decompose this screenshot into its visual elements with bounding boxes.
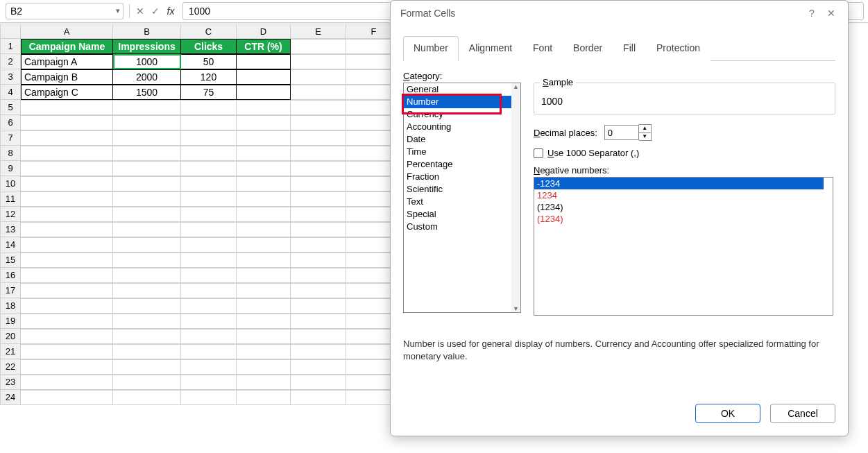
col-header[interactable]: E xyxy=(291,24,346,39)
ok-button[interactable]: OK xyxy=(695,404,760,423)
row-header[interactable]: 8 xyxy=(0,146,21,161)
cell[interactable] xyxy=(113,298,181,314)
row-header[interactable]: 3 xyxy=(0,69,21,85)
cell[interactable] xyxy=(291,268,346,283)
table-header[interactable]: CTR (%) xyxy=(237,39,291,54)
row-header[interactable]: 2 xyxy=(0,54,21,69)
tab-number[interactable]: Number xyxy=(403,36,459,61)
row-header[interactable]: 21 xyxy=(0,344,21,359)
cell[interactable] xyxy=(181,253,237,268)
cell[interactable] xyxy=(291,176,346,191)
category-item-percentage[interactable]: Percentage xyxy=(404,158,511,171)
cell[interactable] xyxy=(181,115,237,130)
cell[interactable] xyxy=(237,54,291,69)
cell[interactable]: Campaign A xyxy=(21,54,113,69)
cell[interactable] xyxy=(21,222,113,237)
cell[interactable] xyxy=(181,375,237,390)
cell[interactable] xyxy=(181,100,237,115)
category-item-time[interactable]: Time xyxy=(404,146,511,158)
select-all-corner[interactable] xyxy=(0,24,21,39)
cell[interactable] xyxy=(237,375,291,390)
cell[interactable] xyxy=(237,69,291,85)
cell[interactable] xyxy=(113,176,181,191)
row-header[interactable]: 15 xyxy=(0,253,21,268)
cell[interactable] xyxy=(181,146,237,161)
cell[interactable] xyxy=(21,115,113,130)
cell[interactable] xyxy=(237,329,291,344)
negative-option[interactable]: 1234 xyxy=(534,189,824,201)
cell[interactable] xyxy=(291,85,346,100)
cell[interactable]: Campaign B xyxy=(21,69,113,85)
cell[interactable] xyxy=(113,161,181,176)
tab-alignment[interactable]: Alignment xyxy=(459,36,522,61)
use-separator-checkbox[interactable] xyxy=(534,148,543,158)
cell[interactable] xyxy=(237,130,291,146)
col-header[interactable]: A xyxy=(21,24,113,39)
cell[interactable] xyxy=(237,237,291,253)
cancel-button[interactable]: Cancel xyxy=(770,404,835,423)
spinner-down-icon[interactable]: ▼ xyxy=(639,133,651,141)
table-header[interactable]: Impressions xyxy=(113,39,181,54)
category-item-accounting[interactable]: Accounting xyxy=(404,121,511,133)
cell[interactable] xyxy=(291,69,346,85)
cell[interactable] xyxy=(291,54,346,69)
cell[interactable] xyxy=(113,253,181,268)
row-header[interactable]: 24 xyxy=(0,390,21,405)
table-header[interactable]: Clicks xyxy=(181,39,237,54)
cell[interactable] xyxy=(291,298,346,314)
cell[interactable] xyxy=(291,130,346,146)
cell[interactable] xyxy=(21,375,113,390)
cell[interactable] xyxy=(181,268,237,283)
cell[interactable] xyxy=(181,130,237,146)
cell[interactable] xyxy=(113,100,181,115)
cell[interactable] xyxy=(181,344,237,359)
cell[interactable] xyxy=(21,207,113,222)
cell[interactable] xyxy=(237,115,291,130)
cell[interactable] xyxy=(113,390,181,405)
tab-border[interactable]: Border xyxy=(563,36,613,61)
row-header[interactable]: 17 xyxy=(0,283,21,298)
row-header[interactable]: 22 xyxy=(0,359,21,375)
cell[interactable] xyxy=(181,314,237,329)
row-header[interactable]: 20 xyxy=(0,329,21,344)
cancel-entry-icon[interactable]: ✕ xyxy=(133,3,148,19)
cell[interactable] xyxy=(113,268,181,283)
col-header[interactable]: B xyxy=(113,24,181,39)
row-header[interactable]: 1 xyxy=(0,39,21,54)
cell[interactable] xyxy=(113,375,181,390)
cell[interactable] xyxy=(291,283,346,298)
scroll-up-icon[interactable]: ▲ xyxy=(513,83,519,90)
negative-option[interactable]: (1234) xyxy=(534,213,824,225)
cell[interactable] xyxy=(113,314,181,329)
row-header[interactable]: 11 xyxy=(0,191,21,207)
cell[interactable] xyxy=(181,237,237,253)
cell[interactable] xyxy=(21,283,113,298)
row-header[interactable]: 6 xyxy=(0,115,21,130)
cell[interactable] xyxy=(291,344,346,359)
cell[interactable] xyxy=(181,207,237,222)
cell[interactable] xyxy=(113,191,181,207)
cell[interactable] xyxy=(291,207,346,222)
cell[interactable]: 75 xyxy=(181,85,237,100)
accept-entry-icon[interactable]: ✓ xyxy=(148,3,163,19)
category-item-currency[interactable]: Currency xyxy=(404,108,511,121)
negative-option[interactable]: -1234 xyxy=(534,178,824,189)
category-listbox[interactable]: General Number Currency Accounting Date … xyxy=(403,83,521,313)
cell[interactable]: 120 xyxy=(181,69,237,85)
tab-font[interactable]: Font xyxy=(522,36,563,61)
cell[interactable] xyxy=(291,314,346,329)
cell[interactable] xyxy=(237,359,291,375)
tab-fill[interactable]: Fill xyxy=(613,36,646,61)
name-box[interactable]: B2 ▾ xyxy=(6,3,124,19)
row-header[interactable]: 4 xyxy=(0,85,21,100)
cell[interactable] xyxy=(21,344,113,359)
cell[interactable] xyxy=(237,283,291,298)
cell[interactable] xyxy=(237,298,291,314)
cell[interactable] xyxy=(113,329,181,344)
cell[interactable] xyxy=(21,191,113,207)
category-item-fraction[interactable]: Fraction xyxy=(404,171,511,183)
cell[interactable] xyxy=(21,268,113,283)
cell[interactable] xyxy=(291,390,346,405)
cell[interactable] xyxy=(291,359,346,375)
col-header[interactable]: D xyxy=(237,24,291,39)
